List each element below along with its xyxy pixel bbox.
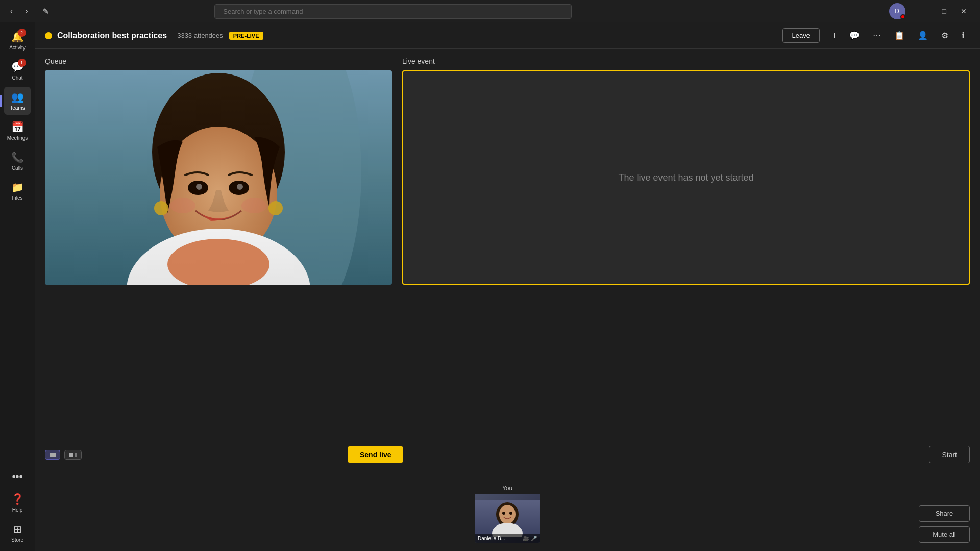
mute-all-button[interactable]: Mute all <box>919 526 970 543</box>
sidebar-label-chat: Chat <box>12 75 22 81</box>
leave-button[interactable]: Leave <box>782 28 820 43</box>
start-button[interactable]: Start <box>929 446 970 463</box>
mic-on-icon: 🎤 <box>531 536 537 541</box>
sidebar-item-store[interactable]: ⊞ Store <box>4 519 31 547</box>
chat-badge: 1 <box>18 59 26 67</box>
layout-single-button[interactable] <box>45 450 60 460</box>
self-video: Danielle B... 🎥 🎤 <box>475 494 540 543</box>
compose-button[interactable]: ✎ <box>38 5 53 18</box>
sidebar-label-calls: Calls <box>12 165 23 171</box>
event-body: Queue <box>35 49 980 551</box>
close-button[interactable]: ✕ <box>953 4 974 18</box>
self-name-bar: Danielle B... 🎥 🎤 <box>475 534 540 543</box>
minimize-button[interactable]: — <box>914 4 935 18</box>
self-name-text: Danielle B... <box>478 536 505 541</box>
svg-point-15 <box>241 198 267 213</box>
single-layout-icon <box>50 453 56 457</box>
sidebar-item-files[interactable]: 📁 Files <box>4 177 31 205</box>
live-indicator-dot <box>45 32 52 39</box>
live-placeholder-text: The live event has not yet started <box>618 172 753 183</box>
svg-point-12 <box>154 201 168 215</box>
queue-section: Queue <box>45 57 392 440</box>
sidebar-label-teams: Teams <box>10 105 24 111</box>
self-video-icons: 🎥 🎤 <box>523 536 537 541</box>
svg-point-19 <box>499 505 516 524</box>
avatar[interactable]: D <box>889 3 905 19</box>
self-label: You <box>502 485 512 492</box>
split-main-rect <box>69 453 74 457</box>
sidebar-label-activity: Activity <box>9 45 26 51</box>
store-icon: ⊞ <box>13 523 22 535</box>
sidebar-label-meetings: Meetings <box>7 135 28 141</box>
self-preview: You <box>475 485 540 543</box>
title-bar: ‹ › ✎ D — □ ✕ <box>0 0 980 22</box>
video-on-icon: 🎥 <box>523 536 529 541</box>
send-live-button[interactable]: Send live <box>348 446 403 463</box>
svg-point-22 <box>509 512 512 515</box>
window-controls: — □ ✕ <box>914 4 974 18</box>
split-layout-icon <box>69 453 77 457</box>
queue-video <box>45 70 392 285</box>
main-content: Collaboration best practices 3333 attend… <box>35 22 980 551</box>
event-title: Collaboration best practices <box>57 31 167 40</box>
nav-back-button[interactable]: ‹ <box>6 5 17 18</box>
action-buttons: Share Mute all <box>919 505 970 543</box>
calendar-icon: 📅 <box>11 121 24 133</box>
pre-live-badge: PRE-LIVE <box>229 32 263 40</box>
share-screen-button[interactable]: 🖥 <box>823 28 841 43</box>
queue-video-inner <box>45 70 392 285</box>
sidebar-item-chat[interactable]: 💬 1 Chat <box>4 57 31 85</box>
participants-button[interactable]: 👤 <box>913 28 933 43</box>
avatar-status-dot <box>900 14 905 19</box>
layout-split-button[interactable] <box>64 450 82 460</box>
event-header-right: Leave 🖥 💬 ⋯ 📋 👤 ⚙ ℹ <box>782 28 970 43</box>
maximize-button[interactable]: □ <box>935 4 953 18</box>
settings-button[interactable]: ⚙ <box>936 28 953 43</box>
self-person-svg <box>475 500 540 537</box>
sidebar-item-more[interactable]: ••• <box>4 467 31 487</box>
svg-point-13 <box>268 201 283 215</box>
svg-point-11 <box>237 184 243 190</box>
qa-button[interactable]: 📋 <box>889 28 910 43</box>
chat-icon: 💬 1 <box>11 61 24 73</box>
nav-controls: ‹ › <box>6 5 32 18</box>
queue-section-title: Queue <box>45 57 392 65</box>
controls-row: Send live Start <box>35 440 980 469</box>
bottom-section: You <box>35 469 980 551</box>
sidebar-label-store: Store <box>11 537 23 543</box>
sidebar-label-help: Help <box>12 507 23 513</box>
live-video: The live event has not yet started <box>402 70 970 285</box>
share-button[interactable]: Share <box>919 505 970 522</box>
queue-person-svg <box>45 70 392 285</box>
streams-row: Queue <box>35 49 980 440</box>
more-options-button[interactable]: ⋯ <box>868 28 886 43</box>
attendees-count: 3333 attendees <box>177 32 223 39</box>
split-small-rect <box>75 453 77 457</box>
svg-point-10 <box>196 184 202 190</box>
event-header: Collaboration best practices 3333 attend… <box>35 22 980 49</box>
sidebar-item-meetings[interactable]: 📅 Meetings <box>4 117 31 145</box>
teams-icon: 👥 <box>11 91 24 103</box>
activity-badge: 2 <box>18 29 26 37</box>
live-section: Live event The live event has not yet st… <box>402 57 970 440</box>
bell-icon: 🔔 2 <box>11 31 24 43</box>
files-icon: 📁 <box>11 181 24 193</box>
search-input[interactable] <box>214 4 572 19</box>
info-button[interactable]: ℹ <box>957 28 970 43</box>
svg-point-14 <box>170 198 195 213</box>
sidebar-item-calls[interactable]: 📞 Calls <box>4 147 31 175</box>
sidebar-bottom: ••• ❓ Help ⊞ Store <box>4 467 31 547</box>
sidebar-item-help[interactable]: ❓ Help <box>4 489 31 517</box>
app-body: 🔔 2 Activity 💬 1 Chat 👥 Teams 📅 Meetings… <box>0 22 980 551</box>
sidebar-item-activity[interactable]: 🔔 2 Activity <box>4 27 31 55</box>
live-controls-right: Start <box>929 446 970 463</box>
title-bar-right: D — □ ✕ <box>889 3 974 19</box>
transcription-button[interactable]: 💬 <box>844 28 865 43</box>
more-icon: ••• <box>12 471 22 483</box>
search-bar <box>214 4 572 19</box>
sidebar: 🔔 2 Activity 💬 1 Chat 👥 Teams 📅 Meetings… <box>0 22 35 551</box>
phone-icon: 📞 <box>11 151 24 163</box>
sidebar-item-teams[interactable]: 👥 Teams <box>4 87 31 115</box>
nav-forward-button[interactable]: › <box>21 5 32 18</box>
svg-point-21 <box>502 512 505 515</box>
